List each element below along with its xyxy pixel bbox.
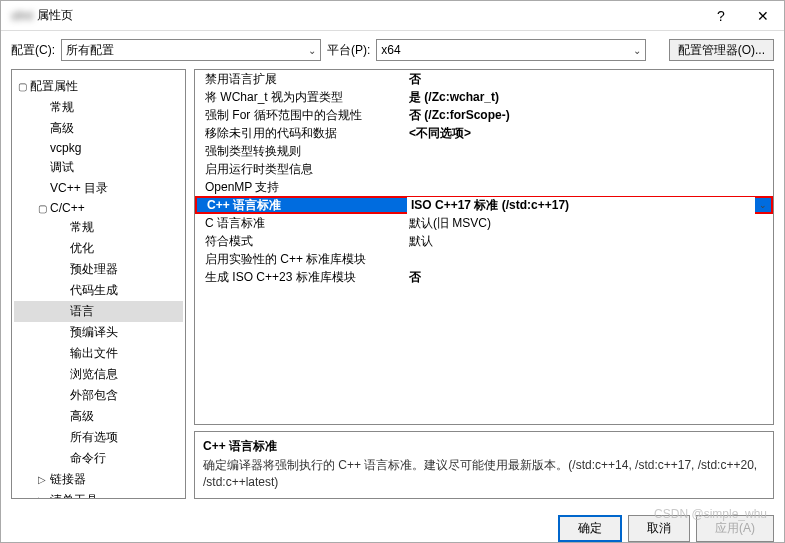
tree-item-label: 命令行 bbox=[70, 450, 106, 467]
tree-item[interactable]: 语言 bbox=[14, 301, 183, 322]
tree-item-label: 代码生成 bbox=[70, 282, 118, 299]
tree-item[interactable]: 优化 bbox=[14, 238, 183, 259]
property-value[interactable]: 否 bbox=[405, 71, 773, 88]
tree-item[interactable]: 所有选项 bbox=[14, 427, 183, 448]
property-row[interactable]: 将 WChar_t 视为内置类型是 (/Zc:wchar_t) bbox=[195, 88, 773, 106]
property-key: OpenMP 支持 bbox=[195, 179, 405, 196]
tree-item-label: 语言 bbox=[70, 303, 94, 320]
tree-item-label: VC++ 目录 bbox=[50, 180, 108, 197]
tree-item[interactable]: VC++ 目录 bbox=[14, 178, 183, 199]
tree-item[interactable]: 代码生成 bbox=[14, 280, 183, 301]
tree-item-label: 链接器 bbox=[50, 471, 86, 488]
property-value[interactable]: 默认(旧 MSVC) bbox=[405, 215, 773, 232]
property-value[interactable]: 否 (/Zc:forScope-) bbox=[405, 107, 773, 124]
property-row[interactable]: 移除未引用的代码和数据<不同选项> bbox=[195, 124, 773, 142]
tree-item-label: 输出文件 bbox=[70, 345, 118, 362]
tree-item-label: 常规 bbox=[50, 99, 74, 116]
tree-item-label: 配置属性 bbox=[30, 78, 78, 95]
chevron-down-icon[interactable]: ⌄ bbox=[755, 200, 771, 210]
property-row[interactable]: C 语言标准默认(旧 MSVC) bbox=[195, 214, 773, 232]
tree-item[interactable]: 调试 bbox=[14, 157, 183, 178]
tree-item[interactable]: 常规 bbox=[14, 97, 183, 118]
description-title: C++ 语言标准 bbox=[203, 438, 765, 455]
tree-item-label: 优化 bbox=[70, 240, 94, 257]
config-label: 配置(C): bbox=[11, 42, 55, 59]
property-key: 启用运行时类型信息 bbox=[195, 161, 405, 178]
tree-item-label: 高级 bbox=[70, 408, 94, 425]
topbar: 配置(C): 所有配置 ⌄ 平台(P): x64 ⌄ 配置管理器(O)... bbox=[1, 31, 784, 69]
tree-item[interactable]: 浏览信息 bbox=[14, 364, 183, 385]
property-row[interactable]: OpenMP 支持 bbox=[195, 178, 773, 196]
tree-item-label: 调试 bbox=[50, 159, 74, 176]
tree-item[interactable]: 输出文件 bbox=[14, 343, 183, 364]
tree-item-label: 常规 bbox=[70, 219, 94, 236]
tree-item[interactable]: ▷链接器 bbox=[14, 469, 183, 490]
property-value[interactable]: ISO C++17 标准 (/std:c++17) bbox=[407, 197, 755, 214]
ok-button[interactable]: 确定 bbox=[558, 515, 622, 542]
titlebar: sfml 属性页 ? ✕ bbox=[1, 1, 784, 31]
property-row[interactable]: 生成 ISO C++23 标准库模块否 bbox=[195, 268, 773, 286]
config-tree[interactable]: ▢配置属性常规高级vcpkg调试VC++ 目录▢C/C++常规优化预处理器代码生… bbox=[11, 69, 186, 499]
expand-icon: ▷ bbox=[38, 495, 50, 499]
tree-item-label: 所有选项 bbox=[70, 429, 118, 446]
tree-item-label: 清单工具 bbox=[50, 492, 98, 499]
dialog-title: 属性页 bbox=[37, 7, 73, 24]
property-row[interactable]: 启用实验性的 C++ 标准库模块 bbox=[195, 250, 773, 268]
property-key: 强制 For 循环范围中的合规性 bbox=[195, 107, 405, 124]
config-dropdown[interactable]: 所有配置 ⌄ bbox=[61, 39, 321, 61]
config-value: 所有配置 bbox=[66, 42, 114, 59]
chevron-down-icon: ⌄ bbox=[633, 45, 641, 56]
property-key: 移除未引用的代码和数据 bbox=[195, 125, 405, 142]
property-row[interactable]: 强制 For 循环范围中的合规性否 (/Zc:forScope-) bbox=[195, 106, 773, 124]
tree-item-label: vcpkg bbox=[50, 141, 81, 155]
property-value[interactable]: 是 (/Zc:wchar_t) bbox=[405, 89, 773, 106]
platform-dropdown[interactable]: x64 ⌄ bbox=[376, 39, 646, 61]
chevron-down-icon: ⌄ bbox=[308, 45, 316, 56]
description-text: 确定编译器将强制执行的 C++ 语言标准。建议尽可能使用最新版本。(/std:c… bbox=[203, 457, 765, 491]
tree-item[interactable]: 预处理器 bbox=[14, 259, 183, 280]
close-button[interactable]: ✕ bbox=[742, 1, 784, 31]
property-key: 强制类型转换规则 bbox=[195, 143, 405, 160]
platform-label: 平台(P): bbox=[327, 42, 370, 59]
expand-icon: ▢ bbox=[38, 203, 50, 214]
property-value[interactable]: <不同选项> bbox=[405, 125, 773, 142]
property-key: 启用实验性的 C++ 标准库模块 bbox=[195, 251, 405, 268]
expand-icon: ▷ bbox=[38, 474, 50, 485]
tree-item-label: 高级 bbox=[50, 120, 74, 137]
help-button[interactable]: ? bbox=[700, 1, 742, 31]
property-key: 禁用语言扩展 bbox=[195, 71, 405, 88]
property-row[interactable]: 强制类型转换规则 bbox=[195, 142, 773, 160]
tree-item[interactable]: 高级 bbox=[14, 118, 183, 139]
property-grid[interactable]: 禁用语言扩展否将 WChar_t 视为内置类型是 (/Zc:wchar_t)强制… bbox=[194, 69, 774, 425]
tree-item[interactable]: ▢C/C++ bbox=[14, 199, 183, 217]
tree-item[interactable]: 预编译头 bbox=[14, 322, 183, 343]
project-name-blurred: sfml bbox=[11, 9, 33, 23]
tree-item[interactable]: ▷清单工具 bbox=[14, 490, 183, 499]
tree-item[interactable]: 外部包含 bbox=[14, 385, 183, 406]
property-value[interactable]: 否 bbox=[405, 269, 773, 286]
tree-item-label: C/C++ bbox=[50, 201, 85, 215]
tree-item-label: 预编译头 bbox=[70, 324, 118, 341]
tree-item-label: 浏览信息 bbox=[70, 366, 118, 383]
property-row[interactable]: 启用运行时类型信息 bbox=[195, 160, 773, 178]
tree-item-label: 外部包含 bbox=[70, 387, 118, 404]
property-row[interactable]: C++ 语言标准ISO C++17 标准 (/std:c++17)⌄ bbox=[195, 196, 773, 214]
property-key: 将 WChar_t 视为内置类型 bbox=[195, 89, 405, 106]
tree-item[interactable]: 命令行 bbox=[14, 448, 183, 469]
property-key: 符合模式 bbox=[195, 233, 405, 250]
description-box: C++ 语言标准 确定编译器将强制执行的 C++ 语言标准。建议尽可能使用最新版… bbox=[194, 431, 774, 499]
tree-item-label: 预处理器 bbox=[70, 261, 118, 278]
property-row[interactable]: 符合模式默认 bbox=[195, 232, 773, 250]
expand-icon: ▢ bbox=[18, 81, 30, 92]
property-value[interactable]: 默认 bbox=[405, 233, 773, 250]
tree-item[interactable]: 高级 bbox=[14, 406, 183, 427]
watermark: CSDN @simple_whu bbox=[654, 507, 767, 521]
tree-item[interactable]: 常规 bbox=[14, 217, 183, 238]
property-key: 生成 ISO C++23 标准库模块 bbox=[195, 269, 405, 286]
tree-item[interactable]: vcpkg bbox=[14, 139, 183, 157]
tree-item[interactable]: ▢配置属性 bbox=[14, 76, 183, 97]
property-row[interactable]: 禁用语言扩展否 bbox=[195, 70, 773, 88]
property-key: C++ 语言标准 bbox=[197, 197, 407, 214]
platform-value: x64 bbox=[381, 43, 400, 57]
config-manager-button[interactable]: 配置管理器(O)... bbox=[669, 39, 774, 61]
